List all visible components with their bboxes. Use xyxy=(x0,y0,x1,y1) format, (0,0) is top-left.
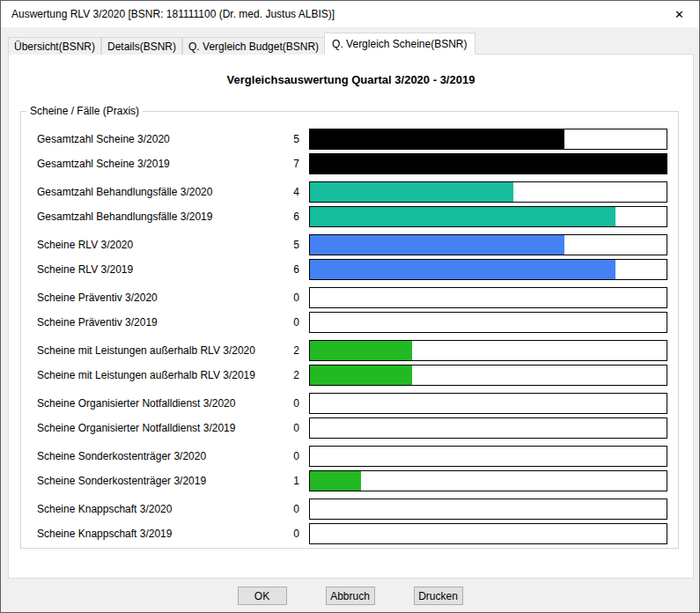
chart-row: Gesamtzahl Scheine 3/20205 xyxy=(37,129,667,150)
window-title: Auswertung RLV 3/2020 [BSNR: 181111100 (… xyxy=(1,8,335,20)
drucken-button[interactable]: Drucken xyxy=(414,587,463,605)
title-bar: Auswertung RLV 3/2020 [BSNR: 181111100 (… xyxy=(1,1,699,27)
tab-strip: Übersicht(BSNR)Details(BSNR)Q. Vergleich… xyxy=(8,33,475,55)
row-label: Gesamtzahl Scheine 3/2019 xyxy=(37,158,255,170)
row-value: 0 xyxy=(255,450,299,462)
bar-fill xyxy=(310,366,412,385)
row-value: 0 xyxy=(255,397,299,410)
chart-row: Scheine Sonderkostenträger 3/20191 xyxy=(37,470,667,491)
bar-track xyxy=(309,259,667,280)
chart-row: Scheine Knappschaft 3/20200 xyxy=(37,499,667,520)
row-value: 2 xyxy=(255,369,299,381)
row-label: Scheine Knappschaft 3/2019 xyxy=(37,528,255,540)
row-value: 0 xyxy=(255,316,299,329)
chart-row: Scheine Präventiv 3/20190 xyxy=(37,312,667,333)
chart-row: Scheine Organisierter Notfalldienst 3/20… xyxy=(37,417,667,439)
row-value: 1 xyxy=(255,475,299,487)
chart-row: Scheine mit Leistungen außerhalb RLV 3/2… xyxy=(37,365,667,386)
row-value: 5 xyxy=(255,239,299,251)
row-label: Scheine Organisierter Notfalldienst 3/20… xyxy=(37,397,255,410)
ok-button[interactable]: OK xyxy=(238,587,287,605)
row-value: 6 xyxy=(255,263,299,276)
bar-track xyxy=(309,499,667,520)
row-label: Scheine RLV 3/2019 xyxy=(37,263,255,276)
bar-rows: Gesamtzahl Scheine 3/20205Gesamtzahl Sch… xyxy=(21,112,678,544)
bar-track xyxy=(309,446,667,467)
bar-track xyxy=(309,417,667,439)
row-label: Scheine mit Leistungen außerhalb RLV 3/2… xyxy=(37,344,255,357)
chart-row: Scheine Sonderkostenträger 3/20200 xyxy=(37,446,667,467)
row-value: 0 xyxy=(255,422,299,434)
dialog-window: Auswertung RLV 3/2020 [BSNR: 181111100 (… xyxy=(0,0,700,613)
chart-row: Scheine Organisierter Notfalldienst 3/20… xyxy=(37,393,667,414)
bar-track xyxy=(309,312,667,333)
bar-track xyxy=(309,340,667,361)
chart-row: Scheine Knappschaft 3/20190 xyxy=(37,523,667,544)
bar-fill xyxy=(310,182,513,202)
row-label: Scheine Präventiv 3/2019 xyxy=(37,316,255,329)
bar-track xyxy=(309,153,667,174)
bar-fill xyxy=(310,154,667,174)
tab-3[interactable]: Q. Vergleich Budget(BSNR) xyxy=(182,37,325,55)
row-value: 7 xyxy=(255,158,299,170)
bar-fill xyxy=(310,260,615,279)
row-value: 2 xyxy=(255,344,299,357)
row-label: Gesamtzahl Scheine 3/2020 xyxy=(37,133,255,145)
bar-fill xyxy=(310,129,564,149)
row-value: 4 xyxy=(255,186,299,198)
bar-track xyxy=(309,206,667,227)
page-title: Vergleichsauswertung Quartal 3/2020 - 3/… xyxy=(9,73,693,86)
groupbox-label: Scheine / Fälle (Praxis) xyxy=(26,104,143,118)
row-label: Gesamtzahl Behandlungsfälle 3/2020 xyxy=(37,186,255,198)
bar-fill xyxy=(310,207,615,226)
close-icon[interactable]: ✕ xyxy=(659,1,699,27)
row-value: 6 xyxy=(255,210,299,223)
bar-track xyxy=(309,234,667,255)
row-label: Scheine Sonderkostenträger 3/2019 xyxy=(37,475,255,487)
chart-row: Scheine RLV 3/20205 xyxy=(37,234,667,255)
bar-fill xyxy=(310,235,564,255)
chart-row: Scheine RLV 3/20196 xyxy=(37,259,667,280)
bar-track xyxy=(309,365,667,386)
tab-4[interactable]: Q. Vergleich Scheine(BSNR) xyxy=(324,33,475,55)
chart-row: Gesamtzahl Scheine 3/20197 xyxy=(37,153,667,174)
tab-2[interactable]: Details(BSNR) xyxy=(101,37,182,55)
bar-track xyxy=(309,287,667,308)
chart-row: Scheine Präventiv 3/20200 xyxy=(37,287,667,308)
row-value: 0 xyxy=(255,292,299,304)
row-label: Scheine Organisierter Notfalldienst 3/20… xyxy=(37,422,255,434)
chart-row: Scheine mit Leistungen außerhalb RLV 3/2… xyxy=(37,340,667,361)
row-label: Scheine Knappschaft 3/2020 xyxy=(37,503,255,515)
row-label: Gesamtzahl Behandlungsfälle 3/2019 xyxy=(37,210,255,223)
tab-1[interactable]: Übersicht(BSNR) xyxy=(8,37,101,55)
row-value: 5 xyxy=(255,133,299,145)
row-label: Scheine Präventiv 3/2020 xyxy=(37,292,255,304)
chart-row: Gesamtzahl Behandlungsfälle 3/20204 xyxy=(37,181,667,203)
tab-page: Vergleichsauswertung Quartal 3/2020 - 3/… xyxy=(8,54,694,579)
row-label: Scheine RLV 3/2020 xyxy=(37,239,255,251)
bar-fill xyxy=(310,341,412,360)
row-label: Scheine mit Leistungen außerhalb RLV 3/2… xyxy=(37,369,255,381)
bar-track xyxy=(309,470,667,491)
row-value: 0 xyxy=(255,528,299,540)
row-value: 0 xyxy=(255,503,299,515)
row-label: Scheine Sonderkostenträger 3/2020 xyxy=(37,450,255,462)
button-bar: OKAbbruchDrucken xyxy=(1,579,699,612)
groupbox-scheine-faelle: Scheine / Fälle (Praxis) Gesamtzahl Sche… xyxy=(20,111,679,549)
chart-row: Gesamtzahl Behandlungsfälle 3/20196 xyxy=(37,206,667,227)
bar-track xyxy=(309,129,667,150)
bar-track xyxy=(309,393,667,414)
abbruch-button[interactable]: Abbruch xyxy=(326,587,375,605)
bar-track xyxy=(309,181,667,203)
bar-fill xyxy=(310,471,361,491)
bar-track xyxy=(309,523,667,544)
